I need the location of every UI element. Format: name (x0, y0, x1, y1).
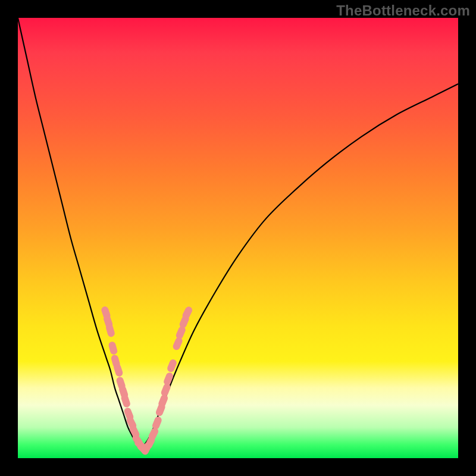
data-marker (108, 341, 118, 355)
curve-right-branch (141, 84, 458, 449)
curve-group (18, 18, 458, 449)
marker-group (101, 305, 193, 456)
svg-rect-3 (108, 341, 118, 355)
chart-frame: TheBottleneck.com (0, 0, 476, 476)
plot-area (18, 18, 458, 458)
svg-rect-24 (172, 336, 184, 351)
data-marker (172, 336, 184, 351)
watermark-text: TheBottleneck.com (336, 2, 470, 19)
curve-layer (18, 18, 458, 458)
